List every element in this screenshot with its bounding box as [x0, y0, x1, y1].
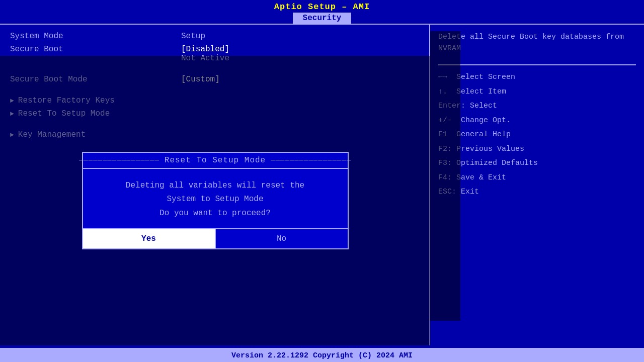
dialog-yes-button[interactable]: Yes	[83, 229, 215, 248]
dialog-title: Reset To Setup Mode	[159, 156, 271, 165]
left-panel: System Mode Setup Secure Boot [Disabled]…	[0, 25, 430, 345]
nav-item-esc: ESC: Exit	[438, 185, 636, 200]
divider	[438, 64, 636, 65]
nav-item-enter: Enter: Select	[438, 99, 636, 114]
nav-item-f3: F3: Optimized Defaults	[438, 156, 636, 171]
nav-item-f2: F2: Previous Values	[438, 142, 636, 157]
dialog-message-line3: Do you want to proceed?	[91, 207, 340, 220]
nav-item-change-opt: +/- Change Opt.	[438, 114, 636, 128]
right-panel: Delete all Secure Boot key databases fro…	[430, 25, 644, 345]
help-text: Delete all Secure Boot key databases fro…	[438, 32, 636, 54]
dialog-titlebar: Reset To Setup Mode	[83, 153, 348, 169]
dialog-message-line2: System to Setup Mode	[91, 193, 340, 206]
nav-item-f1: F1 General Help	[438, 128, 636, 142]
dialog-message-line1: Deleting all variables will reset the	[91, 179, 340, 193]
footer: Version 2.22.1292 Copyright (C) 2024 AMI	[0, 348, 644, 362]
dialog-buttons: Yes No	[83, 228, 348, 248]
secure-boot-value-bracket[interactable]: [Disabled]	[181, 45, 229, 54]
nav-help: ←→ Select Screen ↑↓ Select Item Enter: S…	[438, 70, 636, 200]
section-title: Security	[293, 13, 352, 24]
app-title: Aptio Setup – AMI	[0, 2, 644, 12]
dialog-no-button[interactable]: No	[216, 229, 348, 248]
dialog: Reset To Setup Mode Deleting all variabl…	[82, 152, 349, 249]
nav-item-select-item: ↑↓ Select Item	[438, 85, 636, 100]
dialog-overlay: Reset To Setup Mode Deleting all variabl…	[0, 56, 430, 345]
nav-item-select-screen: ←→ Select Screen	[438, 70, 636, 85]
menu-item-system-mode: System Mode Setup	[10, 32, 419, 41]
right-shadow	[430, 31, 460, 321]
system-mode-value: Setup	[181, 32, 205, 41]
system-mode-label: System Mode	[10, 32, 181, 41]
secure-boot-label: Secure Boot	[10, 45, 181, 54]
dialog-body: Deleting all variables will reset the Sy…	[83, 169, 348, 228]
nav-item-f4: F4: Save & Exit	[438, 171, 636, 186]
